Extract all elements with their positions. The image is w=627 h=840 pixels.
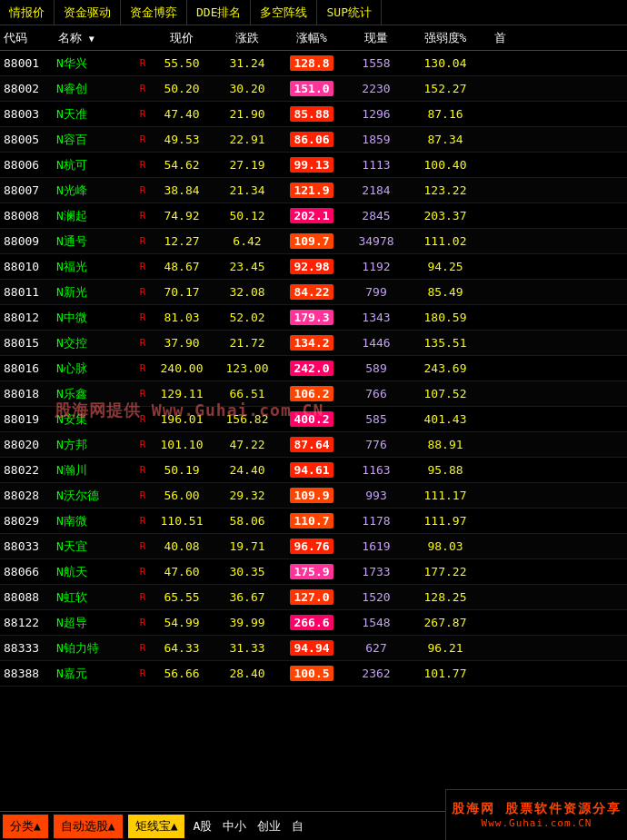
cell-change: 27.19	[214, 158, 280, 172]
cell-strength: 87.16	[409, 107, 482, 121]
cell-change: 30.35	[214, 565, 280, 578]
table-row[interactable]: 88010 N福光 R 48.67 23.45 92.98 1192 94.25	[0, 254, 627, 280]
table-row[interactable]: 88012 N中微 R 81.03 52.02 179.3 1343 180.5…	[0, 305, 627, 331]
cell-r: R	[136, 311, 149, 323]
cell-name: N通号	[55, 233, 136, 250]
table-row[interactable]: 88005 N容百 R 49.53 22.91 86.06 1859 87.34	[0, 127, 627, 153]
table-row[interactable]: 88006 N杭可 R 54.62 27.19 99.13 1113 100.4…	[0, 153, 627, 178]
cell-strength: 87.34	[409, 133, 482, 146]
cell-volume: 1192	[343, 260, 409, 273]
table-row[interactable]: 88018 N乐鑫 R 129.11 66.51 106.2 766 107.5…	[0, 381, 627, 407]
sort-arrow: ▼	[89, 34, 95, 44]
table-row[interactable]: 88002 N睿创 R 50.20 30.20 151.0 2230 152.2…	[0, 76, 627, 102]
tab-zijinboyi[interactable]: 资金博弈	[121, 0, 187, 25]
pct-badge: 100.5	[290, 666, 333, 681]
cell-code: 88016	[0, 361, 55, 375]
cell-price: 101.10	[149, 438, 214, 451]
cell-price: 47.60	[149, 565, 214, 578]
cell-pct: 110.7	[280, 513, 343, 529]
table-row[interactable]: 88016 N心脉 R 240.00 123.00 242.0 589 243.…	[0, 356, 627, 381]
cell-change: 32.08	[214, 285, 280, 299]
cell-price: 50.20	[149, 82, 214, 95]
cell-price: 12.27	[149, 234, 214, 248]
cell-price: 81.03	[149, 311, 214, 324]
cell-pct: 100.5	[280, 666, 343, 681]
pct-badge: 109.7	[290, 233, 333, 249]
tab-duokong[interactable]: 多空阵线	[251, 0, 317, 25]
cell-strength: 111.17	[409, 489, 482, 502]
cell-name: N心脉	[55, 361, 136, 377]
cell-pct: 109.7	[280, 233, 343, 249]
table-row[interactable]: 88029 N南微 R 110.51 58.06 110.7 1178 111.…	[0, 509, 627, 534]
cell-volume: 1178	[343, 514, 409, 528]
cell-price: 50.19	[149, 463, 214, 477]
cell-change: 156.82	[214, 412, 280, 426]
bottom-logo: 股海网 股票软件资源分享 Www.Guhai.com.CN	[445, 789, 627, 840]
table-row[interactable]: 88009 N通号 R 12.27 6.42 109.7 34978 111.0…	[0, 229, 627, 254]
cell-code: 88388	[0, 667, 55, 680]
cell-price: 196.01	[149, 412, 214, 426]
cell-name: N华兴	[55, 55, 136, 72]
table-row[interactable]: 88020 N方邦 R 101.10 47.22 87.64 776 88.91	[0, 432, 627, 458]
cell-name: N容百	[55, 132, 136, 148]
table-row[interactable]: 88019 N安集 R 196.01 156.82 400.2 585 401.…	[0, 407, 627, 432]
table-row[interactable]: 88011 N新光 R 70.17 32.08 84.22 799 85.49	[0, 280, 627, 305]
cell-volume: 589	[343, 361, 409, 375]
cell-volume: 34978	[343, 234, 409, 248]
cell-price: 110.51	[149, 514, 214, 528]
cell-change: 31.24	[214, 56, 280, 70]
cell-volume: 993	[343, 489, 409, 502]
table-row[interactable]: 88033 N天宜 R 40.08 19.71 96.76 1619 98.03	[0, 534, 627, 559]
cell-change: 36.67	[214, 590, 280, 604]
pct-badge: 99.13	[290, 157, 333, 173]
pct-badge: 110.7	[290, 513, 333, 529]
cell-r: R	[136, 617, 149, 628]
table-row[interactable]: 88088 N虹软 R 65.55 36.67 127.0 1520 128.2…	[0, 585, 627, 610]
pct-badge: 84.22	[290, 284, 333, 300]
table-row[interactable]: 88007 N光峰 R 38.84 21.34 121.9 2184 123.2…	[0, 178, 627, 203]
table-row[interactable]: 88122 N超导 R 54.99 39.99 266.6 1548 267.8…	[0, 610, 627, 636]
cell-code: 88015	[0, 336, 55, 350]
cell-change: 39.99	[214, 616, 280, 629]
cell-r: R	[136, 464, 149, 476]
label-zi: 自	[286, 818, 309, 835]
cell-r: R	[136, 210, 149, 222]
cell-r: R	[136, 540, 149, 552]
col-name: 名称 ▼	[55, 30, 136, 46]
table-row[interactable]: 88001 N华兴 R 55.50 31.24 128.8 1558 130.0…	[0, 51, 627, 76]
cell-price: 47.40	[149, 107, 214, 121]
cell-strength: 101.77	[409, 667, 482, 680]
table-row[interactable]: 88022 N瀚川 R 50.19 24.40 94.61 1163 95.88	[0, 458, 627, 483]
cell-change: 31.33	[214, 641, 280, 655]
cell-price: 74.92	[149, 209, 214, 222]
btn-autoselect[interactable]: 自动选股▲	[54, 815, 123, 838]
cell-strength: 111.02	[409, 234, 482, 248]
cell-name: N安集	[55, 411, 136, 428]
cell-strength: 203.37	[409, 209, 482, 222]
col-change: 涨跌	[214, 30, 280, 46]
tab-dde[interactable]: DDE排名	[187, 0, 251, 25]
cell-change: 21.72	[214, 336, 280, 350]
table-row[interactable]: 88388 N嘉元 R 56.66 28.40 100.5 2362 101.7…	[0, 661, 627, 687]
cell-name: N光峰	[55, 183, 136, 199]
cell-code: 88022	[0, 463, 55, 477]
tab-zijinqudong[interactable]: 资金驱动	[55, 0, 121, 25]
table-row[interactable]: 88333 N铂力特 R 64.33 31.33 94.94 627 96.21	[0, 636, 627, 661]
cell-pct: 127.0	[280, 589, 343, 605]
cell-r: R	[136, 57, 149, 69]
tab-sup[interactable]: SUP统计	[317, 0, 381, 25]
table-row[interactable]: 88028 N沃尔德 R 56.00 29.32 109.9 993 111.1…	[0, 483, 627, 509]
tab-qingbao[interactable]: 情报价	[0, 0, 55, 25]
table-row[interactable]: 88015 N交控 R 37.90 21.72 134.2 1446 135.5…	[0, 331, 627, 356]
label-ashare: A股	[187, 818, 217, 835]
btn-juxianbao[interactable]: 矩线宝▲	[128, 815, 185, 838]
table-row[interactable]: 88003 N天准 R 47.40 21.90 85.88 1296 87.16	[0, 102, 627, 127]
table-row[interactable]: 88066 N航天 R 47.60 30.35 175.9 1733 177.2…	[0, 559, 627, 585]
btn-classify[interactable]: 分类▲	[3, 815, 48, 838]
cell-strength: 130.04	[409, 56, 482, 70]
cell-strength: 85.49	[409, 285, 482, 299]
cell-change: 19.71	[214, 539, 280, 553]
table-row[interactable]: 88008 N澜起 R 74.92 50.12 202.1 2845 203.3…	[0, 203, 627, 229]
cell-strength: 96.21	[409, 641, 482, 655]
col-price: 现价	[149, 30, 214, 46]
